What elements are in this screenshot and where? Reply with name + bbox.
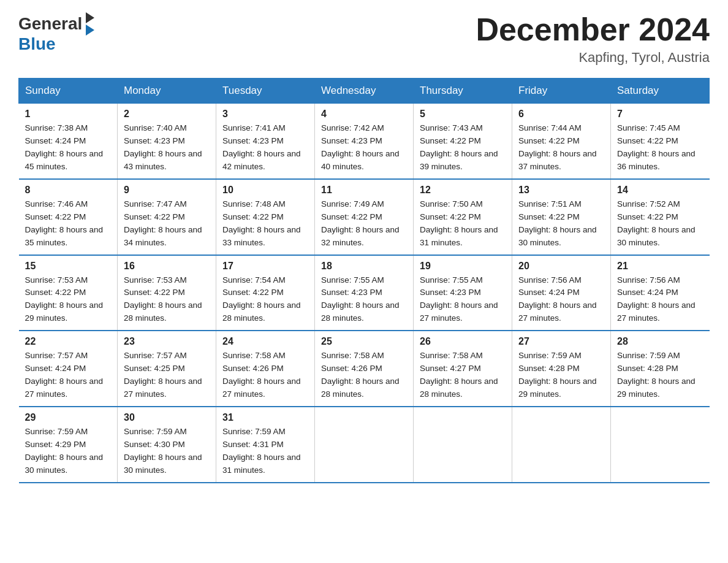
day-info: Sunrise: 7:59 AMSunset: 4:28 PMDaylight:…: [518, 351, 597, 399]
calendar-cell: 4 Sunrise: 7:42 AMSunset: 4:23 PMDayligh…: [315, 104, 414, 179]
day-number: 11: [321, 185, 407, 196]
day-number: 16: [124, 261, 210, 272]
day-info: Sunrise: 7:43 AMSunset: 4:22 PMDaylight:…: [420, 123, 498, 171]
col-thursday: Thursday: [414, 79, 512, 104]
calendar-cell: 15 Sunrise: 7:53 AMSunset: 4:22 PMDaylig…: [19, 255, 118, 331]
calendar-week-row: 1 Sunrise: 7:38 AMSunset: 4:24 PMDayligh…: [19, 104, 710, 179]
col-tuesday: Tuesday: [216, 79, 315, 104]
page-header: General Blue December 2024 Kapfing, Tyro…: [18, 12, 710, 66]
day-info: Sunrise: 7:53 AMSunset: 4:22 PMDaylight:…: [124, 275, 202, 323]
logo: General Blue: [18, 12, 94, 53]
calendar-cell: 26 Sunrise: 7:58 AMSunset: 4:27 PMDaylig…: [414, 331, 512, 407]
day-info: Sunrise: 7:38 AMSunset: 4:24 PMDaylight:…: [25, 123, 104, 171]
day-number: 5: [420, 109, 506, 120]
calendar-cell: 11 Sunrise: 7:49 AMSunset: 4:22 PMDaylig…: [315, 179, 414, 255]
calendar-cell: 8 Sunrise: 7:46 AMSunset: 4:22 PMDayligh…: [19, 179, 118, 255]
day-info: Sunrise: 7:51 AMSunset: 4:22 PMDaylight:…: [518, 199, 597, 247]
day-number: 29: [25, 412, 112, 423]
calendar-week-row: 22 Sunrise: 7:57 AMSunset: 4:24 PMDaylig…: [19, 331, 710, 407]
calendar-cell: [414, 407, 512, 483]
calendar-cell: 28 Sunrise: 7:59 AMSunset: 4:28 PMDaylig…: [611, 331, 710, 407]
calendar-cell: 22 Sunrise: 7:57 AMSunset: 4:24 PMDaylig…: [19, 331, 118, 407]
day-number: 12: [420, 185, 506, 196]
day-info: Sunrise: 7:55 AMSunset: 4:23 PMDaylight:…: [321, 275, 400, 323]
calendar-cell: 13 Sunrise: 7:51 AMSunset: 4:22 PMDaylig…: [512, 179, 611, 255]
calendar-cell: 30 Sunrise: 7:59 AMSunset: 4:30 PMDaylig…: [118, 407, 216, 483]
calendar-cell: 17 Sunrise: 7:54 AMSunset: 4:22 PMDaylig…: [216, 255, 315, 331]
calendar-cell: 12 Sunrise: 7:50 AMSunset: 4:22 PMDaylig…: [414, 179, 512, 255]
day-number: 2: [124, 109, 210, 120]
day-info: Sunrise: 7:57 AMSunset: 4:24 PMDaylight:…: [25, 351, 104, 399]
title-section: December 2024 Kapfing, Tyrol, Austria: [476, 12, 710, 66]
day-info: Sunrise: 7:42 AMSunset: 4:23 PMDaylight:…: [321, 123, 400, 171]
day-info: Sunrise: 7:46 AMSunset: 4:22 PMDaylight:…: [25, 199, 104, 247]
day-number: 30: [124, 412, 210, 423]
day-info: Sunrise: 7:47 AMSunset: 4:22 PMDaylight:…: [124, 199, 202, 247]
location-subtitle: Kapfing, Tyrol, Austria: [476, 50, 710, 66]
calendar-cell: 10 Sunrise: 7:48 AMSunset: 4:22 PMDaylig…: [216, 179, 315, 255]
day-info: Sunrise: 7:59 AMSunset: 4:28 PMDaylight:…: [617, 351, 696, 399]
day-number: 15: [25, 261, 112, 272]
calendar-week-row: 8 Sunrise: 7:46 AMSunset: 4:22 PMDayligh…: [19, 179, 710, 255]
day-info: Sunrise: 7:57 AMSunset: 4:25 PMDaylight:…: [124, 351, 202, 399]
calendar-cell: 31 Sunrise: 7:59 AMSunset: 4:31 PMDaylig…: [216, 407, 315, 483]
day-number: 24: [222, 336, 308, 347]
calendar-cell: 23 Sunrise: 7:57 AMSunset: 4:25 PMDaylig…: [118, 331, 216, 407]
day-number: 4: [321, 109, 407, 120]
day-number: 21: [617, 261, 703, 272]
day-info: Sunrise: 7:41 AMSunset: 4:23 PMDaylight:…: [222, 123, 301, 171]
day-number: 18: [321, 261, 407, 272]
calendar-cell: 27 Sunrise: 7:59 AMSunset: 4:28 PMDaylig…: [512, 331, 611, 407]
day-number: 28: [617, 336, 703, 347]
day-info: Sunrise: 7:58 AMSunset: 4:26 PMDaylight:…: [222, 351, 301, 399]
day-number: 9: [124, 185, 210, 196]
day-info: Sunrise: 7:54 AMSunset: 4:22 PMDaylight:…: [222, 275, 301, 323]
day-info: Sunrise: 7:48 AMSunset: 4:22 PMDaylight:…: [222, 199, 301, 247]
day-number: 3: [222, 109, 308, 120]
header-row: Sunday Monday Tuesday Wednesday Thursday…: [19, 79, 710, 104]
logo-general-text: General: [18, 15, 82, 33]
day-number: 10: [222, 185, 308, 196]
col-friday: Friday: [512, 79, 611, 104]
calendar-cell: 29 Sunrise: 7:59 AMSunset: 4:29 PMDaylig…: [19, 407, 118, 483]
calendar-cell: 2 Sunrise: 7:40 AMSunset: 4:23 PMDayligh…: [118, 104, 216, 179]
day-info: Sunrise: 7:50 AMSunset: 4:22 PMDaylight:…: [420, 199, 498, 247]
day-info: Sunrise: 7:56 AMSunset: 4:24 PMDaylight:…: [617, 275, 696, 323]
calendar-cell: 25 Sunrise: 7:58 AMSunset: 4:26 PMDaylig…: [315, 331, 414, 407]
calendar-cell: 19 Sunrise: 7:55 AMSunset: 4:23 PMDaylig…: [414, 255, 512, 331]
day-number: 25: [321, 336, 407, 347]
calendar-cell: 6 Sunrise: 7:44 AMSunset: 4:22 PMDayligh…: [512, 104, 611, 179]
calendar-body: 1 Sunrise: 7:38 AMSunset: 4:24 PMDayligh…: [19, 104, 710, 483]
day-number: 23: [124, 336, 210, 347]
calendar-cell: 9 Sunrise: 7:47 AMSunset: 4:22 PMDayligh…: [118, 179, 216, 255]
day-info: Sunrise: 7:53 AMSunset: 4:22 PMDaylight:…: [25, 275, 104, 323]
day-number: 17: [222, 261, 308, 272]
calendar-week-row: 29 Sunrise: 7:59 AMSunset: 4:29 PMDaylig…: [19, 407, 710, 483]
day-info: Sunrise: 7:59 AMSunset: 4:29 PMDaylight:…: [25, 427, 104, 475]
day-info: Sunrise: 7:59 AMSunset: 4:30 PMDaylight:…: [124, 427, 202, 475]
col-saturday: Saturday: [611, 79, 710, 104]
day-number: 20: [518, 261, 604, 272]
day-info: Sunrise: 7:45 AMSunset: 4:22 PMDaylight:…: [617, 123, 696, 171]
day-number: 7: [617, 109, 703, 120]
day-number: 27: [518, 336, 604, 347]
calendar-cell: 14 Sunrise: 7:52 AMSunset: 4:22 PMDaylig…: [611, 179, 710, 255]
day-info: Sunrise: 7:52 AMSunset: 4:22 PMDaylight:…: [617, 199, 696, 247]
calendar-cell: 3 Sunrise: 7:41 AMSunset: 4:23 PMDayligh…: [216, 104, 315, 179]
col-monday: Monday: [118, 79, 216, 104]
calendar-cell: 5 Sunrise: 7:43 AMSunset: 4:22 PMDayligh…: [414, 104, 512, 179]
day-number: 19: [420, 261, 506, 272]
calendar-cell: 18 Sunrise: 7:55 AMSunset: 4:23 PMDaylig…: [315, 255, 414, 331]
calendar-cell: [512, 407, 611, 483]
logo-blue-text: Blue: [18, 36, 56, 53]
day-info: Sunrise: 7:59 AMSunset: 4:31 PMDaylight:…: [222, 427, 301, 475]
day-info: Sunrise: 7:55 AMSunset: 4:23 PMDaylight:…: [420, 275, 498, 323]
day-info: Sunrise: 7:58 AMSunset: 4:26 PMDaylight:…: [321, 351, 400, 399]
day-info: Sunrise: 7:44 AMSunset: 4:22 PMDaylight:…: [518, 123, 597, 171]
calendar-table: Sunday Monday Tuesday Wednesday Thursday…: [18, 78, 710, 483]
calendar-cell: 20 Sunrise: 7:56 AMSunset: 4:24 PMDaylig…: [512, 255, 611, 331]
calendar-cell: 24 Sunrise: 7:58 AMSunset: 4:26 PMDaylig…: [216, 331, 315, 407]
col-wednesday: Wednesday: [315, 79, 414, 104]
day-info: Sunrise: 7:49 AMSunset: 4:22 PMDaylight:…: [321, 199, 400, 247]
calendar-header: Sunday Monday Tuesday Wednesday Thursday…: [19, 79, 710, 104]
